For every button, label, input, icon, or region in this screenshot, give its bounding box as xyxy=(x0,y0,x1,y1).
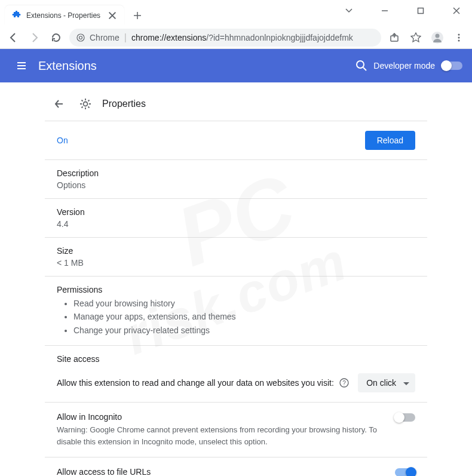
new-tab-button[interactable] xyxy=(129,7,146,24)
close-button[interactable] xyxy=(446,2,467,19)
gear-icon xyxy=(78,97,93,111)
help-icon[interactable]: ? xyxy=(339,377,350,388)
url-path: /?id=hhmnadonlnpiokngbjjjdfajojddefmk xyxy=(206,33,353,42)
description-value: Options xyxy=(57,180,415,190)
bookmark-icon[interactable] xyxy=(407,29,424,46)
site-access-dropdown[interactable]: On click xyxy=(358,373,415,392)
developer-mode-toggle[interactable] xyxy=(442,62,462,70)
site-access-label: Site access xyxy=(57,354,415,364)
file-urls-title: Allow access to file URLs xyxy=(57,467,383,476)
status-label: On xyxy=(57,136,68,145)
svg-point-7 xyxy=(458,33,460,35)
back-arrow-icon[interactable] xyxy=(50,94,69,113)
back-button[interactable] xyxy=(5,29,22,46)
permission-item: Change your privacy-related settings xyxy=(73,324,415,337)
svg-point-9 xyxy=(458,39,460,41)
svg-rect-1 xyxy=(418,8,424,14)
svg-line-11 xyxy=(363,67,366,70)
profile-icon[interactable] xyxy=(429,29,446,46)
developer-mode-label: Developer mode xyxy=(373,61,435,70)
url-scheme: Chrome xyxy=(90,33,119,42)
extensions-title: Extensions xyxy=(38,59,350,73)
file-urls-toggle[interactable] xyxy=(395,468,415,476)
svg-point-12 xyxy=(84,102,88,106)
forward-button[interactable] xyxy=(26,29,43,46)
url-domain: chrome://extensions xyxy=(131,33,206,42)
browser-tab[interactable]: Extensions - Properties xyxy=(5,5,124,26)
version-label: Version xyxy=(57,207,415,217)
svg-point-3 xyxy=(79,36,82,39)
share-icon[interactable] xyxy=(386,29,403,46)
reload-button[interactable] xyxy=(48,29,65,46)
size-label: Size xyxy=(57,246,415,256)
search-icon[interactable] xyxy=(350,54,373,78)
tab-title: Extensions - Properties xyxy=(26,11,103,20)
svg-point-2 xyxy=(77,34,84,41)
incognito-desc: Warning: Google Chrome cannot prevent ex… xyxy=(57,424,383,447)
description-label: Description xyxy=(57,168,415,178)
svg-point-8 xyxy=(458,36,460,38)
minimize-button[interactable] xyxy=(374,2,396,19)
maximize-button[interactable] xyxy=(410,2,431,19)
permission-item: Read your browsing history xyxy=(73,297,415,310)
version-value: 4.4 xyxy=(57,219,415,229)
hamburger-menu-icon[interactable] xyxy=(10,54,33,78)
reload-extension-button[interactable]: Reload xyxy=(365,131,415,150)
page-title: Properties xyxy=(102,99,146,109)
svg-point-6 xyxy=(436,33,440,38)
menu-icon[interactable] xyxy=(450,29,467,46)
svg-point-10 xyxy=(357,61,364,68)
size-value: < 1 MB xyxy=(57,258,415,268)
incognito-toggle[interactable] xyxy=(395,413,415,422)
permissions-label: Permissions xyxy=(57,285,415,294)
permission-item: Manage your apps, extensions, and themes xyxy=(73,310,415,323)
chrome-icon xyxy=(76,33,85,42)
address-bar[interactable]: Chrome | chrome://extensions/?id=hhmnado… xyxy=(69,29,381,47)
svg-text:?: ? xyxy=(342,380,346,386)
chevron-down-icon[interactable] xyxy=(338,2,360,19)
site-access-desc: Allow this extension to read and change … xyxy=(57,378,334,388)
tab-close-icon[interactable] xyxy=(108,11,117,20)
incognito-title: Allow in Incognito xyxy=(57,412,383,422)
puzzle-icon xyxy=(12,11,22,20)
permissions-list: Read your browsing history Manage your a… xyxy=(57,297,415,337)
